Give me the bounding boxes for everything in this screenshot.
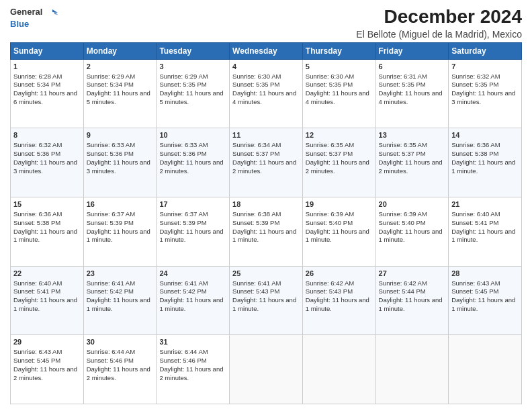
table-cell: 22 Sunrise: 6:40 AM Sunset: 5:41 PM Dayl…	[11, 266, 84, 335]
day-number: 4	[232, 62, 300, 72]
sunset-label: Sunset: 5:38 PM	[13, 219, 60, 226]
daylight-label: Daylight: 11 hours and 4 minutes.	[379, 89, 443, 105]
sunrise-label: Sunrise: 6:43 AM	[13, 348, 62, 355]
day-number: 24	[159, 269, 226, 279]
sunset-label: Sunset: 5:43 PM	[306, 287, 353, 295]
daylight-label: Daylight: 11 hours and 2 minutes.	[159, 365, 223, 381]
sunrise-label: Sunrise: 6:39 AM	[379, 210, 427, 218]
sunrise-label: Sunrise: 6:29 AM	[87, 73, 135, 80]
table-cell: 2 Sunrise: 6:29 AM Sunset: 5:34 PM Dayli…	[83, 59, 157, 128]
day-number: 25	[232, 269, 300, 279]
day-number: 15	[13, 199, 81, 210]
day-number: 6	[379, 62, 446, 72]
table-cell: 31 Sunrise: 6:44 AM Sunset: 5:46 PM Dayl…	[157, 335, 230, 404]
day-number: 21	[451, 199, 519, 210]
col-tuesday: Tuesday	[157, 42, 230, 59]
table-cell: 5 Sunrise: 6:30 AM Sunset: 5:35 PM Dayli…	[302, 59, 375, 128]
week-row-1: 1 Sunrise: 6:28 AM Sunset: 5:34 PM Dayli…	[11, 59, 522, 128]
sunset-label: Sunset: 5:36 PM	[87, 150, 134, 157]
daylight-label: Daylight: 11 hours and 3 minutes.	[87, 158, 150, 175]
daylight-label: Daylight: 11 hours and 6 minutes.	[13, 89, 77, 105]
day-number: 12	[306, 130, 373, 140]
sunset-label: Sunset: 5:37 PM	[379, 150, 426, 157]
daylight-label: Daylight: 11 hours and 1 minute.	[159, 296, 223, 312]
table-cell: 9 Sunrise: 6:33 AM Sunset: 5:36 PM Dayli…	[83, 128, 157, 197]
sunset-label: Sunset: 5:35 PM	[232, 81, 279, 88]
daylight-label: Daylight: 11 hours and 1 minute.	[232, 296, 296, 312]
sunrise-label: Sunrise: 6:36 AM	[451, 141, 500, 148]
sunrise-label: Sunrise: 6:41 AM	[232, 279, 281, 287]
table-cell: 21 Sunrise: 6:40 AM Sunset: 5:41 PM Dayl…	[449, 197, 522, 267]
header: General Blue December 2024 El Bellote (M…	[10, 7, 522, 40]
day-number: 11	[232, 130, 300, 140]
daylight-label: Daylight: 11 hours and 2 minutes.	[13, 365, 77, 381]
daylight-label: Daylight: 11 hours and 5 minutes.	[159, 89, 223, 105]
daylight-label: Daylight: 11 hours and 2 minutes.	[306, 158, 369, 175]
daylight-label: Daylight: 11 hours and 2 minutes.	[159, 158, 223, 175]
sunrise-label: Sunrise: 6:34 AM	[232, 141, 281, 148]
sunset-label: Sunset: 5:41 PM	[13, 287, 60, 295]
daylight-label: Daylight: 11 hours and 1 minute.	[87, 296, 150, 312]
calendar-header-row: Sunday Monday Tuesday Wednesday Thursday…	[11, 42, 522, 59]
day-number: 29	[13, 337, 81, 347]
table-cell: 13 Sunrise: 6:35 AM Sunset: 5:37 PM Dayl…	[375, 128, 449, 197]
week-row-5: 29 Sunrise: 6:43 AM Sunset: 5:45 PM Dayl…	[11, 335, 522, 404]
day-number: 20	[379, 199, 446, 210]
sunrise-label: Sunrise: 6:33 AM	[87, 141, 135, 148]
daylight-label: Daylight: 11 hours and 1 minute.	[451, 228, 515, 244]
daylight-label: Daylight: 11 hours and 4 minutes.	[306, 89, 369, 105]
day-number: 2	[87, 62, 154, 72]
day-number: 13	[379, 130, 446, 140]
daylight-label: Daylight: 11 hours and 1 minute.	[306, 228, 369, 244]
sunset-label: Sunset: 5:45 PM	[451, 287, 498, 295]
day-number: 10	[159, 130, 226, 140]
table-cell	[375, 335, 449, 404]
sunrise-label: Sunrise: 6:33 AM	[159, 141, 208, 148]
sunset-label: Sunset: 5:39 PM	[87, 219, 134, 226]
daylight-label: Daylight: 11 hours and 1 minute.	[306, 296, 369, 312]
table-cell: 18 Sunrise: 6:38 AM Sunset: 5:39 PM Dayl…	[230, 197, 303, 267]
day-number: 27	[379, 269, 446, 279]
daylight-label: Daylight: 11 hours and 1 minute.	[451, 296, 515, 312]
sunset-label: Sunset: 5:35 PM	[451, 81, 498, 88]
sunset-label: Sunset: 5:46 PM	[159, 357, 206, 364]
sunrise-label: Sunrise: 6:44 AM	[87, 348, 135, 355]
daylight-label: Daylight: 11 hours and 1 minute.	[13, 296, 77, 312]
table-cell: 4 Sunrise: 6:30 AM Sunset: 5:35 PM Dayli…	[230, 59, 303, 128]
daylight-label: Daylight: 11 hours and 1 minute.	[13, 228, 77, 244]
sunrise-label: Sunrise: 6:39 AM	[306, 210, 354, 218]
daylight-label: Daylight: 11 hours and 2 minutes.	[87, 365, 150, 381]
table-cell: 1 Sunrise: 6:28 AM Sunset: 5:34 PM Dayli…	[11, 59, 84, 128]
day-number: 18	[232, 199, 300, 210]
logo-bird-icon	[46, 7, 58, 19]
day-number: 19	[306, 199, 373, 210]
table-cell: 23 Sunrise: 6:41 AM Sunset: 5:42 PM Dayl…	[83, 266, 157, 335]
sunrise-label: Sunrise: 6:32 AM	[451, 73, 500, 80]
title-block: December 2024 El Bellote (Miguel de la M…	[356, 7, 522, 40]
sunrise-label: Sunrise: 6:30 AM	[232, 73, 281, 80]
sunset-label: Sunset: 5:34 PM	[87, 81, 134, 88]
day-number: 14	[451, 130, 519, 140]
sunrise-label: Sunrise: 6:30 AM	[306, 73, 354, 80]
day-number: 28	[451, 269, 519, 279]
col-friday: Friday	[375, 42, 449, 59]
col-sunday: Sunday	[11, 42, 84, 59]
daylight-label: Daylight: 11 hours and 4 minutes.	[232, 89, 296, 105]
daylight-label: Daylight: 11 hours and 1 minute.	[379, 228, 443, 244]
sunset-label: Sunset: 5:42 PM	[87, 287, 134, 295]
table-cell: 14 Sunrise: 6:36 AM Sunset: 5:38 PM Dayl…	[449, 128, 522, 197]
logo-general: General	[10, 7, 42, 17]
sunset-label: Sunset: 5:38 PM	[451, 150, 498, 157]
sunset-label: Sunset: 5:43 PM	[232, 287, 279, 295]
day-number: 1	[13, 62, 81, 72]
table-cell	[302, 335, 375, 404]
sunrise-label: Sunrise: 6:35 AM	[306, 141, 354, 148]
sunset-label: Sunset: 5:37 PM	[232, 150, 279, 157]
day-number: 22	[13, 269, 81, 279]
table-cell: 7 Sunrise: 6:32 AM Sunset: 5:35 PM Dayli…	[449, 59, 522, 128]
daylight-label: Daylight: 11 hours and 3 minutes.	[451, 89, 515, 105]
table-cell: 26 Sunrise: 6:42 AM Sunset: 5:43 PM Dayl…	[302, 266, 375, 335]
table-cell: 15 Sunrise: 6:36 AM Sunset: 5:38 PM Dayl…	[11, 197, 84, 267]
logo-blue: Blue	[10, 19, 29, 29]
table-cell: 30 Sunrise: 6:44 AM Sunset: 5:46 PM Dayl…	[83, 335, 157, 404]
